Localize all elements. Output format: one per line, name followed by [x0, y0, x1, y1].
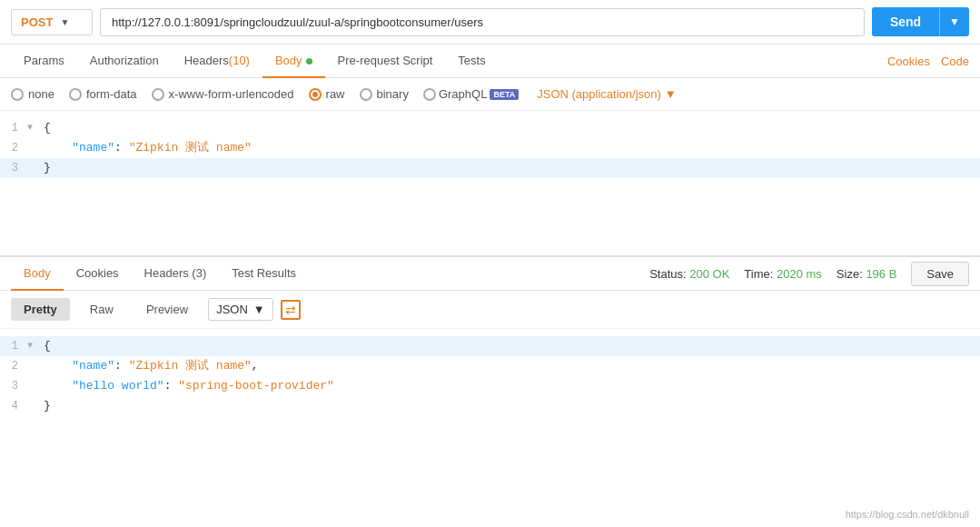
top-right-links: Cookies Code: [887, 55, 969, 68]
req-line-num-2: 2: [0, 138, 27, 158]
radio-graphql: [423, 88, 436, 101]
req-line-3: 3 }: [0, 158, 980, 178]
req-line-toggle-2: [27, 138, 40, 158]
tab-pre-request-label: Pre-request Script: [338, 54, 433, 67]
json-format-selector[interactable]: JSON ▼: [208, 298, 273, 321]
fmt-preview-label: Preview: [146, 303, 188, 316]
req-line-content-1: {: [40, 118, 980, 138]
response-section: Body Cookies Headers (3) Test Results St…: [0, 256, 980, 423]
watermark: https://blog.csdn.net/dkbnull: [846, 509, 969, 520]
resp-tab-body-label: Body: [24, 266, 51, 280]
url-input[interactable]: [100, 8, 865, 36]
resp-line-toggle-1[interactable]: ▼: [27, 336, 40, 356]
send-button[interactable]: Send ▼: [872, 7, 969, 36]
save-button[interactable]: Save: [911, 262, 969, 286]
fmt-tab-raw[interactable]: Raw: [77, 298, 126, 321]
body-type-binary-label: binary: [377, 87, 409, 101]
resp-tab-test-results[interactable]: Test Results: [219, 257, 309, 291]
resp-line-num-4: 4: [0, 396, 27, 416]
radio-raw: [309, 88, 322, 101]
wrap-icon[interactable]: ⇄: [281, 300, 301, 320]
req-line-1: 1 ▼ {: [0, 118, 980, 138]
body-type-selector: none form-data x-www-form-urlencoded raw…: [0, 78, 980, 111]
resp-line-4: 4 }: [0, 396, 980, 416]
tab-authorization-label: Authorization: [90, 54, 159, 67]
body-type-form-data-label: form-data: [86, 87, 137, 101]
fmt-pretty-label: Pretty: [24, 303, 57, 316]
tab-body-label: Body: [275, 54, 302, 67]
body-type-none-label: none: [28, 87, 54, 101]
resp-line-num-3: 3: [0, 376, 27, 396]
tab-tests-label: Tests: [458, 54, 485, 67]
body-type-graphql-label: GraphQL: [439, 87, 487, 101]
resp-tab-cookies-label: Cookies: [76, 266, 119, 280]
tab-authorization[interactable]: Authorization: [77, 45, 172, 78]
fmt-tab-preview[interactable]: Preview: [134, 298, 201, 321]
headers-badge: (10): [229, 54, 250, 67]
json-format-label: JSON: [216, 303, 248, 316]
tab-params-label: Params: [24, 54, 64, 67]
response-status-area: Status: 200 OK Time: 2020 ms Size: 196 B…: [649, 262, 969, 286]
body-type-urlencoded[interactable]: x-www-form-urlencoded: [152, 87, 294, 101]
method-value: POST: [21, 15, 53, 29]
response-header: Body Cookies Headers (3) Test Results St…: [0, 256, 980, 291]
size-value: 196 B: [866, 267, 896, 281]
body-type-binary[interactable]: binary: [360, 87, 409, 101]
request-bar: POST ▼ Send ▼: [0, 0, 980, 45]
size-text: Size:: [836, 267, 863, 281]
body-type-form-data[interactable]: form-data: [69, 87, 137, 101]
json-type-chevron-icon: ▼: [665, 87, 677, 101]
resp-line-toggle-3: [27, 376, 40, 396]
send-label: Send: [872, 7, 939, 36]
fmt-tab-pretty[interactable]: Pretty: [11, 298, 70, 321]
size-label: Size: 196 B: [836, 267, 897, 281]
tab-pre-request[interactable]: Pre-request Script: [325, 45, 446, 78]
radio-form-data: [69, 88, 82, 101]
req-line-toggle-1[interactable]: ▼: [27, 118, 40, 138]
body-dot-icon: [306, 58, 312, 65]
method-selector[interactable]: POST ▼: [11, 9, 93, 35]
send-dropdown-icon[interactable]: ▼: [939, 8, 969, 35]
response-format-bar: Pretty Raw Preview JSON ▼ ⇄: [0, 291, 980, 329]
method-chevron-icon: ▼: [60, 17, 69, 27]
status-text: Status:: [649, 267, 686, 281]
resp-line-content-1: {: [40, 336, 980, 356]
body-type-raw-label: raw: [326, 87, 345, 101]
request-body-editor[interactable]: 1 ▼ { 2 "name": "Zipkin 测试 name" 3 }: [0, 111, 980, 256]
resp-tab-headers[interactable]: Headers (3): [132, 257, 220, 291]
json-type-selector[interactable]: JSON (application/json) ▼: [537, 87, 676, 101]
tab-params[interactable]: Params: [11, 45, 77, 78]
resp-line-num-2: 2: [0, 356, 27, 376]
body-type-graphql[interactable]: GraphQL BETA: [423, 87, 519, 101]
resp-line-content-3: "hello world": "spring-boot-provider": [40, 376, 980, 396]
tab-body[interactable]: Body: [262, 45, 325, 78]
code-link[interactable]: Code: [941, 55, 969, 68]
response-body[interactable]: 1 ▼ { 2 "name": "Zipkin 测试 name", 3 "hel…: [0, 329, 980, 423]
tab-headers[interactable]: Headers(10): [172, 45, 262, 78]
fmt-raw-label: Raw: [90, 303, 114, 316]
resp-tab-headers-label: Headers (3): [144, 266, 207, 280]
resp-line-3: 3 "hello world": "spring-boot-provider": [0, 376, 980, 396]
req-line-num-3: 3: [0, 158, 27, 178]
resp-tab-cookies[interactable]: Cookies: [64, 257, 132, 291]
beta-badge: BETA: [490, 89, 519, 100]
status-value: 200 OK: [689, 267, 729, 281]
body-type-none[interactable]: none: [11, 87, 54, 101]
time-label: Time: 2020 ms: [744, 267, 822, 281]
resp-line-content-4: }: [40, 396, 980, 416]
resp-line-toggle-4: [27, 396, 40, 416]
body-type-urlencoded-label: x-www-form-urlencoded: [169, 87, 294, 101]
radio-none: [11, 88, 24, 101]
cookies-link[interactable]: Cookies: [887, 55, 930, 68]
body-type-raw[interactable]: raw: [309, 87, 345, 101]
resp-tab-body[interactable]: Body: [11, 257, 64, 291]
resp-line-num-1: 1: [0, 336, 27, 356]
resp-line-content-2: "name": "Zipkin 测试 name",: [40, 356, 980, 376]
json-type-label: JSON (application/json): [537, 87, 661, 101]
resp-line-toggle-2: [27, 356, 40, 376]
tab-tests[interactable]: Tests: [445, 45, 498, 78]
time-value: 2020 ms: [777, 267, 822, 281]
resp-line-2: 2 "name": "Zipkin 测试 name",: [0, 356, 980, 376]
time-text: Time:: [744, 267, 773, 281]
req-line-content-2: "name": "Zipkin 测试 name": [40, 138, 980, 158]
